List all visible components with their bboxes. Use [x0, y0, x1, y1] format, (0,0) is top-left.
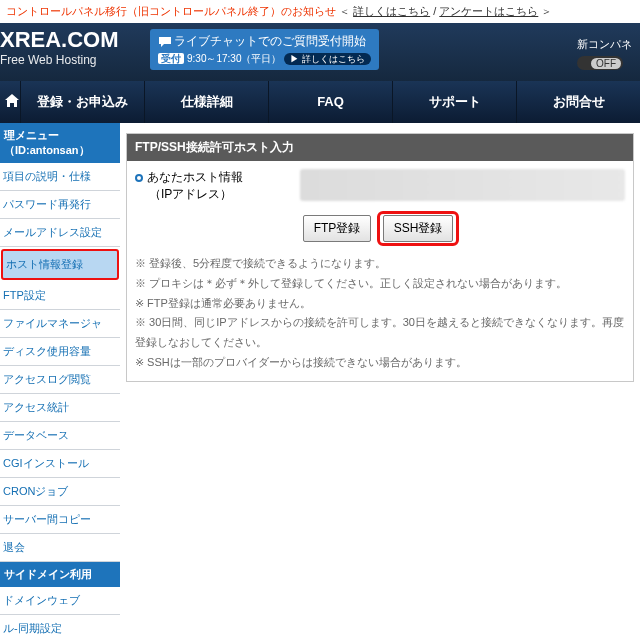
ip-label: （IPアドレス） — [135, 186, 290, 203]
sidebar-item-9[interactable]: データベース — [0, 422, 120, 450]
sidebar-domain-item-0[interactable]: ドメインウェブ — [0, 587, 120, 615]
panel-heading: FTP/SSH接続許可ホスト入力 — [127, 134, 633, 161]
new-panel-toggle[interactable]: OFF — [577, 56, 623, 70]
main-content: FTP/SSH接続許可ホスト入力 あなたホスト情報 （IPアドレス） FTP登録… — [120, 123, 640, 640]
chat-icon — [158, 36, 172, 48]
nav-faq[interactable]: FAQ — [268, 81, 392, 123]
brand-domain: XREA.COM — [0, 27, 119, 53]
notes: 登録後、5分程度で接続できるようになります。プロキシは＊必ず＊外して登録してくだ… — [135, 254, 625, 373]
chat-badge: 受付 — [158, 53, 184, 64]
nav-home[interactable] — [0, 81, 20, 123]
sidebar-item-8[interactable]: アクセス統計 — [0, 394, 120, 422]
brand-tagline: Free Web Hosting — [0, 53, 119, 67]
nav-spec[interactable]: 仕様詳細 — [144, 81, 268, 123]
note-2: FTP登録は通常必要ありません。 — [135, 294, 625, 314]
ssh-register-button[interactable]: SSH登録 — [383, 215, 454, 242]
sidebar-domain-item-1[interactable]: ル-同期設定 — [0, 615, 120, 640]
notice-bar: コントロールパネル移行（旧コントロールパネル終了）のお知らせ ＜ 詳しくはこちら… — [0, 0, 640, 23]
header-right: 新コンパネ OFF — [577, 37, 632, 70]
note-4: SSHは一部のプロバイダーからは接続できない場合があります。 — [135, 353, 625, 373]
host-label: あなたホスト情報 — [147, 170, 243, 184]
sidebar-group-1: 項目の説明・仕様パスワード再発行メールアドレス設定ホスト情報登録FTP設定ファイ… — [0, 163, 120, 562]
sidebar-item-7[interactable]: アクセスログ閲覧 — [0, 366, 120, 394]
nav-support[interactable]: サポート — [392, 81, 516, 123]
nav-contact[interactable]: お問合せ — [516, 81, 640, 123]
sidebar-item-12[interactable]: サーバー間コピー — [0, 506, 120, 534]
sidebar-item-6[interactable]: ディスク使用容量 — [0, 338, 120, 366]
sidebar-item-5[interactable]: ファイルマネージャ — [0, 310, 120, 338]
header: XREA.COM Free Web Hosting ライブチャットでのご質問受付… — [0, 23, 640, 81]
note-3: 30日間、同じIPアドレスからの接続を許可します。30日を越えると接続できなくな… — [135, 313, 625, 353]
sidebar-item-4[interactable]: FTP設定 — [0, 282, 120, 310]
sidebar-item-0[interactable]: 項目の説明・仕様 — [0, 163, 120, 191]
live-chat-box[interactable]: ライブチャットでのご質問受付開始 受付9:30～17:30（平日） ▶ 詳しくは… — [150, 29, 379, 70]
sidebar-title-manage: 理メニュー（ID:antonsan） — [0, 123, 120, 163]
ftp-register-button[interactable]: FTP登録 — [303, 215, 372, 242]
notice-link-details[interactable]: 詳しくはこちら — [353, 5, 430, 17]
bullet-icon — [135, 174, 143, 182]
sidebar-item-13[interactable]: 退会 — [0, 534, 120, 562]
sidebar-title-domain: サイドメイン利用 — [0, 562, 120, 587]
sidebar-item-10[interactable]: CGIインストール — [0, 450, 120, 478]
sidebar-group-2: ドメインウェブル-同期設定B-PHP設定 — [0, 587, 120, 640]
host-value-blurred — [300, 169, 625, 201]
sidebar-item-2[interactable]: メールアドレス設定 — [0, 219, 120, 247]
main-nav: 登録・お申込み 仕様詳細 FAQ サポート お問合せ — [0, 81, 640, 123]
brand: XREA.COM Free Web Hosting — [0, 27, 119, 67]
sidebar: 理メニュー（ID:antonsan） 項目の説明・仕様パスワード再発行メールアド… — [0, 123, 120, 640]
ftpssh-panel: FTP/SSH接続許可ホスト入力 あなたホスト情報 （IPアドレス） FTP登録… — [126, 133, 634, 382]
notice-red: コントロールパネル移行（旧コントロールパネル終了）のお知らせ — [6, 5, 336, 17]
notice-link-survey[interactable]: アンケートはこちら — [439, 5, 538, 17]
sidebar-item-3[interactable]: ホスト情報登録 — [1, 249, 119, 280]
sidebar-item-1[interactable]: パスワード再発行 — [0, 191, 120, 219]
nav-register[interactable]: 登録・お申込み — [20, 81, 144, 123]
home-icon — [4, 93, 20, 109]
note-0: 登録後、5分程度で接続できるようになります。 — [135, 254, 625, 274]
note-1: プロキシは＊必ず＊外して登録してください。正しく設定されない場合があります。 — [135, 274, 625, 294]
chat-more-button[interactable]: ▶ 詳しくはこちら — [284, 53, 371, 65]
sidebar-item-11[interactable]: CRONジョブ — [0, 478, 120, 506]
